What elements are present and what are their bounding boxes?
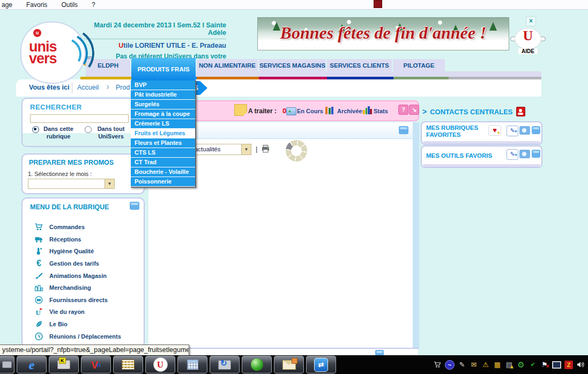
breadcrumb-section[interactable]: Prod [116, 84, 130, 91]
en-cours-link[interactable]: En Cours [297, 108, 323, 114]
tray-pen-icon[interactable]: ✎ [458, 361, 466, 369]
tray-warning-icon[interactable]: ⚠ [481, 361, 490, 369]
close-icon[interactable]: × [526, 16, 536, 26]
search-panel: RECHERCHER Dans cette rubrique Dans tout… [21, 98, 145, 147]
select-arrow-icon[interactable]: ▼ [241, 144, 251, 155]
search-input[interactable] [30, 114, 129, 123]
radio-unselected-icon[interactable] [85, 126, 92, 133]
christmas-banner[interactable]: Bonnes fêtes de fin d'année ! [257, 17, 509, 50]
tab-produits-frais-active[interactable]: PRODUITS FRAIS [131, 58, 196, 80]
blocks-icon [34, 283, 43, 292]
heart-add-icon[interactable]: ♥+ [488, 125, 501, 136]
edit-icon[interactable]: ✎ [507, 149, 518, 160]
aide-button[interactable]: U AIDE [512, 28, 544, 55]
taskbar-button-mail-client[interactable] [274, 356, 304, 373]
menu-item-receptions[interactable]: Réceptions [34, 233, 140, 246]
menu-item-fournisseurs-directs[interactable]: Fournisseurs directs [34, 294, 140, 306]
taskbar-button-remote-sync[interactable]: ↻ [210, 356, 240, 373]
archivees-link[interactable]: Archivées [337, 108, 366, 114]
menu-item-affichage[interactable]: age [2, 1, 12, 9]
month-select[interactable]: ▼ [28, 179, 115, 189]
menu-item-reunions-deplacements[interactable]: Réunions / Déplacements [34, 330, 140, 342]
menu-item-animations-magasin[interactable]: Animations Magasin [34, 269, 140, 282]
dropdown-item-fruits-et-legumes[interactable]: Fruits et Légumes [131, 129, 195, 138]
radio-option-rubrique[interactable]: Dans cette rubrique [32, 126, 75, 141]
arrow-right-icon: > [422, 107, 427, 116]
rubrique-menu-title: MENU DE LA RUBRIQUE [30, 203, 109, 211]
menu-item-commandes[interactable]: Commandes [34, 221, 140, 233]
unisvers-logo[interactable]: u unisvers [20, 21, 86, 84]
rubriques-favorites-title: MES RUBRIQUES FAVORITES [426, 124, 489, 138]
stats-link[interactable]: Stats [374, 108, 388, 114]
select-arrow-icon[interactable]: ▼ [105, 179, 114, 188]
search-title: RECHERCHER [30, 103, 82, 111]
tray-film-icon[interactable]: ▦ [493, 361, 502, 369]
contacts-centrales-link[interactable]: > CONTACTS CENTRALES [422, 107, 525, 116]
taskbar-button-green-orb[interactable] [242, 356, 272, 373]
menu-item-hygiene-qualite[interactable]: Hygiène Qualité [34, 245, 140, 258]
store-line: Utile LORIENT UTILE - E. Pradeau [84, 42, 226, 49]
dropdown-item-boucherie-volaille[interactable]: Boucherie - Volaille [131, 167, 195, 177]
promos-panel: PREPARER MES PROMOS 1. Sélectionnez le m… [21, 153, 145, 194]
dropdown-item-bvp[interactable]: BVP [131, 80, 195, 90]
dropdown-item-fromage-a-la-coupe[interactable]: Fromage à la coupe [131, 109, 195, 119]
tray-network-monitor-icon[interactable] [552, 361, 561, 369]
window-icon[interactable] [532, 150, 540, 158]
dropdown-item-poissonnerie[interactable]: Poissonnerie [131, 177, 195, 187]
tray-offline-flag-icon[interactable]: ⚑ [540, 361, 549, 369]
tray-audio-wave-icon[interactable]: ~ [445, 360, 455, 370]
taskbar-button-internet-explorer[interactable]: e [17, 356, 47, 373]
taskbar-button-systeme-u[interactable]: U [145, 356, 175, 373]
taskbar-button-calculator[interactable] [177, 356, 207, 373]
dropdown-item-fleurs-et-plantes[interactable]: Fleurs et Plantes [131, 138, 195, 148]
camera-icon[interactable] [519, 150, 530, 158]
menu-item-merchandising[interactable]: Merchandising [34, 282, 140, 294]
dropdown-item-cremerie-ls[interactable]: Crémerie LS [131, 119, 195, 129]
toolbar-separator: | [256, 145, 257, 153]
print-icon[interactable] [261, 144, 270, 155]
window-icon[interactable] [130, 202, 139, 210]
tray-mail-icon[interactable]: ✉ [470, 361, 478, 369]
tray-update-gear-icon[interactable]: ⚙ [517, 361, 525, 369]
dropdown-item-surgeles[interactable]: Surgelés [131, 100, 195, 109]
taskbar-button-cash-register[interactable] [113, 356, 143, 373]
radio-selected-icon[interactable] [32, 126, 39, 133]
tray-print-queue-warning-icon[interactable]: ▤ [505, 361, 513, 369]
taskbar-button-kyocera-printer[interactable] [49, 356, 79, 373]
menu-item-le-bio[interactable]: Le Bio [34, 318, 140, 331]
sticky-note-icon [234, 104, 247, 116]
taskbar-button-teamviewer[interactable]: ⇄ [306, 356, 336, 373]
menu-item-help[interactable]: ? [92, 1, 95, 9]
tab-services-magasins[interactable]: SERVICES MAGASINS [259, 59, 326, 71]
promos-title: PREPARER MES PROMOS [29, 159, 114, 166]
tray-filezilla-icon[interactable]: Z [564, 361, 573, 369]
menu-item-favoris[interactable]: Favoris [26, 1, 47, 9]
menu-item-gestion-tarifs[interactable]: € Gestion des tarifs [34, 258, 140, 270]
camera-icon[interactable] [519, 126, 530, 135]
produits-frais-dropdown: BVP Pât industrielle Surgelés Fromage à … [131, 80, 196, 188]
menu-item-outils[interactable]: Outils [61, 1, 78, 9]
edit-icon[interactable]: ✎ [507, 126, 518, 136]
window-icon[interactable] [532, 126, 540, 134]
taskbar-button-window-partial[interactable] [0, 356, 14, 373]
tray-usb-safely-remove-icon[interactable]: ✔ [529, 361, 537, 369]
dropdown-item-cts-ls[interactable]: CTS LS [131, 148, 195, 158]
chevron-right-icon: › [106, 80, 109, 92]
breadcrumb-home-link[interactable]: Accueil [77, 84, 99, 91]
brush-icon [34, 272, 43, 280]
tab-non-alimentaire[interactable]: NON ALIMENTAIRE [197, 59, 258, 71]
dropdown-item-ct-trad[interactable]: CT Trad [131, 158, 195, 167]
help-button[interactable]: ? [398, 105, 408, 115]
tab-pilotage[interactable]: PILOTAGE [393, 59, 445, 71]
dropdown-item-pat-industrielle[interactable]: Pât industrielle [131, 90, 195, 100]
radio-option-unisvers[interactable]: Dans tout UniSvers [85, 126, 128, 141]
tab-services-clients[interactable]: SERVICES CLIENTS [327, 59, 392, 71]
window-icon[interactable] [399, 126, 408, 134]
menu-item-vie-du-rayon[interactable]: U Vie du rayon [34, 306, 140, 318]
taskbar: e Vn U ↻ ⇄ ~ ✎ ✉ ⚠ ▦ ▤ ⚙ ✔ ⚑ Z [0, 355, 588, 374]
breadcrumb-you-are-here: Vous êtes ici [29, 84, 70, 91]
tray-cart-icon[interactable] [433, 361, 442, 369]
taskbar-button-vnc-viewer[interactable]: Vn [81, 356, 111, 373]
expand-button[interactable]: ↘ [409, 105, 419, 115]
tray-volume-icon[interactable] [576, 361, 585, 369]
